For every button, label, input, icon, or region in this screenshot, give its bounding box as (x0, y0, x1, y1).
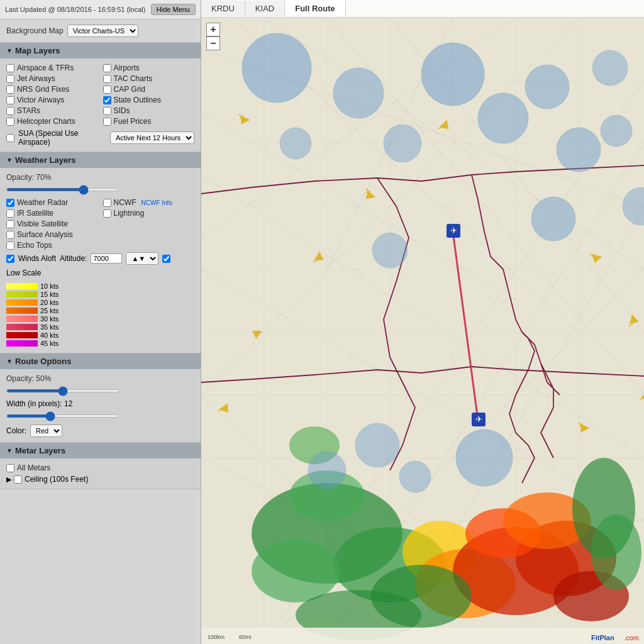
altitude-label: Altitude: (60, 254, 87, 263)
victor-airways-checkbox[interactable] (6, 96, 14, 104)
helicopter-charts-item: Helicopter Charts (6, 117, 98, 126)
cap-grid-checkbox[interactable] (103, 86, 111, 94)
svg-point-52 (525, 65, 569, 109)
background-map-label: Background Map (6, 26, 64, 35)
airspace-tfrs-item: Airspace & TFRs (6, 64, 98, 72)
helicopter-charts-checkbox[interactable] (6, 118, 14, 126)
color-label: Color: (6, 426, 26, 435)
background-map-select[interactable]: Victor Charts-US (67, 25, 138, 37)
nrs-grid-checkbox[interactable] (6, 86, 14, 94)
svg-point-61 (372, 233, 408, 268)
ncwf-checkbox[interactable] (103, 199, 111, 207)
wind-30-swatch (6, 316, 38, 322)
echo-tops-item: Echo Tops (6, 241, 98, 250)
svg-point-51 (421, 43, 484, 106)
weather-radar-checkbox[interactable] (6, 199, 14, 207)
lightning-checkbox[interactable] (103, 209, 111, 218)
wind-legend: 10 kts 15 kts 20 kts 25 kts 30 kts (6, 282, 194, 347)
metar-layers-body: All Metars ▶ Ceiling (100s Feet) (0, 458, 201, 489)
tac-charts-checkbox[interactable] (103, 75, 111, 83)
airports-checkbox[interactable] (103, 64, 111, 72)
sua-dropdown[interactable]: Active Next 12 Hours (110, 131, 194, 144)
route-opacity-slider-container (6, 386, 194, 394)
route-options-header[interactable]: ▼ Route Options (0, 353, 201, 369)
svg-text:.com: .com (624, 634, 639, 641)
map-layers-body: Airspace & TFRs Airports Jet Airways TAC… (0, 58, 201, 152)
surface-analysis-checkbox[interactable] (6, 231, 14, 239)
route-opacity-slider[interactable] (6, 389, 119, 392)
metar-layers-title: Metar Layers (15, 446, 65, 455)
route-width-slider[interactable] (6, 414, 119, 418)
fuel-prices-checkbox[interactable] (103, 118, 111, 126)
sua-checkbox[interactable] (6, 134, 14, 142)
map-layers-section: ▼ Map Layers Airspace & TFRs Airports Je… (0, 43, 201, 152)
svg-point-47 (591, 514, 641, 590)
svg-point-62 (456, 430, 513, 486)
jet-airways-checkbox[interactable] (6, 75, 14, 83)
hide-menu-button[interactable]: Hide Menu (151, 4, 196, 15)
all-metars-checkbox[interactable] (6, 464, 14, 472)
state-outlines-label: State Outlines (114, 96, 161, 104)
cap-grid-label: CAP Grid (114, 85, 145, 94)
weather-layers-title: Weather Layers (15, 155, 76, 165)
map-layers-header[interactable]: ▼ Map Layers (0, 43, 201, 58)
weather-radar-item: Weather Radar (6, 198, 98, 207)
zoom-controls: + − (206, 23, 220, 50)
airports-item: Airports (103, 64, 195, 72)
stars-label: STARs (17, 106, 40, 115)
lightning-item: Lightning (103, 209, 195, 218)
stars-checkbox[interactable] (6, 107, 14, 115)
winds-aloft-checkbox[interactable] (6, 255, 14, 263)
tab-krdu[interactable]: KRDU (201, 1, 245, 16)
background-map-row: Background Map Victor Charts-US (0, 19, 201, 43)
wind-10-label: 10 kts (40, 282, 58, 290)
wind-25-label: 25 kts (40, 307, 58, 314)
svg-point-63 (355, 423, 399, 467)
jet-airways-label: Jet Airways (17, 74, 55, 83)
ncwf-info-link[interactable]: NCWF Info (142, 199, 172, 206)
sids-checkbox[interactable] (103, 107, 111, 115)
zoom-out-button[interactable]: − (206, 36, 220, 50)
altitude-input[interactable] (91, 253, 122, 264)
map-layers-grid: Airspace & TFRs Airports Jet Airways TAC… (6, 64, 194, 126)
map-canvas[interactable]: ➜ ➜ ➜ ➜ ➜ ➜ ➜ ➜ ➜ ✈ ✈ 100km 60m (201, 18, 644, 644)
visible-satellite-checkbox[interactable] (6, 220, 14, 228)
wind-30-label: 30 kts (40, 315, 58, 323)
wind-35-label: 35 kts (40, 323, 58, 331)
weather-opacity-slider-container (6, 184, 194, 193)
stars-item: STARs (6, 106, 98, 115)
wind-40-label: 40 kts (40, 331, 58, 339)
airports-label: Airports (114, 64, 140, 72)
altitude-stepper[interactable]: ▲▼ (126, 252, 158, 265)
airspace-tfrs-checkbox[interactable] (6, 64, 14, 72)
map-svg: ➜ ➜ ➜ ➜ ➜ ➜ ➜ ➜ ➜ ✈ ✈ 100km 60m (201, 18, 644, 644)
map-area: KRDU KIAD Full Route + − (201, 0, 644, 644)
route-options-body: Opacity: 50% Width (in pixels): 12 Color… (0, 369, 201, 442)
zoom-in-button[interactable]: + (206, 23, 220, 36)
echo-tops-checkbox[interactable] (6, 242, 14, 250)
wind-10-swatch (6, 283, 38, 289)
svg-point-57 (384, 125, 421, 162)
ir-satellite-item: IR Satellite (6, 209, 98, 218)
svg-text:60mi: 60mi (239, 634, 252, 640)
winds-aloft-row: Winds Aloft Altitude: ▲▼ Low Scale (6, 252, 194, 277)
state-outlines-checkbox[interactable] (103, 96, 111, 104)
wind-35-swatch (6, 324, 38, 330)
tab-kiad[interactable]: KIAD (245, 1, 285, 16)
metar-layers-header[interactable]: ▼ Metar Layers (0, 443, 201, 458)
ceiling-checkbox[interactable] (14, 475, 22, 484)
victor-airways-item: Victor Airways (6, 96, 98, 104)
svg-point-56 (601, 115, 632, 147)
color-select[interactable]: Red (30, 425, 62, 437)
svg-point-50 (333, 68, 384, 118)
weather-layers-header[interactable]: ▼ Weather Layers (0, 152, 201, 168)
tab-full-route[interactable]: Full Route (285, 1, 346, 16)
low-scale-checkbox[interactable] (162, 255, 170, 263)
visible-satellite-item: Visible Satellite (6, 219, 98, 228)
svg-text:FitPlan: FitPlan (591, 634, 614, 641)
ir-satellite-checkbox[interactable] (6, 209, 14, 218)
ceiling-label: Ceiling (100s Feet) (25, 475, 88, 484)
svg-point-53 (592, 50, 628, 86)
ceiling-expand-icon[interactable]: ▶ (6, 475, 11, 484)
weather-opacity-slider[interactable] (6, 188, 119, 191)
